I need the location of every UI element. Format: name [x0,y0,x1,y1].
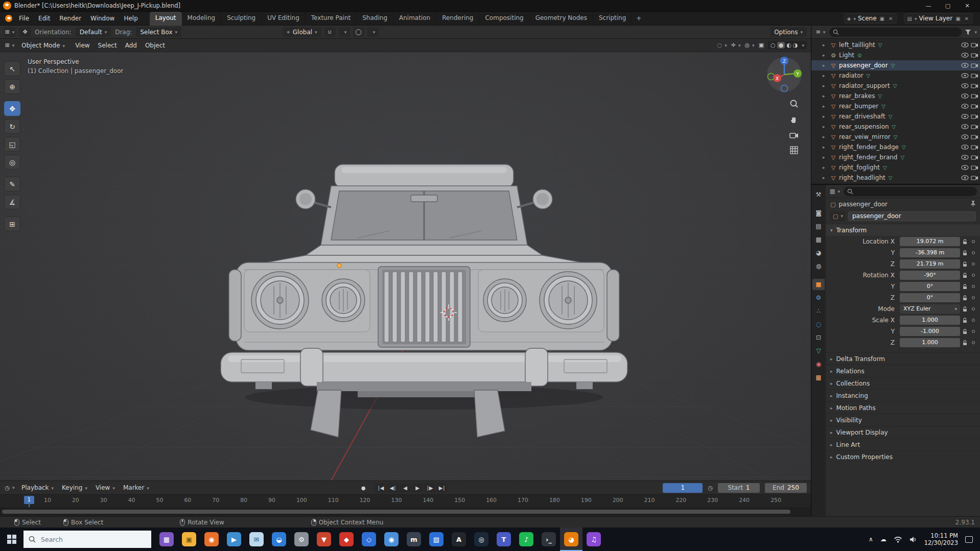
onedrive-cloud-icon[interactable]: ☁ [880,536,886,543]
tab-object-data[interactable]: ▽ [812,345,825,356]
lock-icon[interactable] [960,261,969,267]
timeline-ruler[interactable]: 1020304050607080901001101201301401501601… [0,494,811,507]
frame-end-field[interactable]: End 250 [765,483,807,493]
app-snip[interactable]: ▧ [425,528,448,551]
tab-physics[interactable]: ◌ [812,319,825,330]
workspace-tab[interactable]: Geometry Nodes [530,12,593,26]
animate-property-icon[interactable] [969,319,977,322]
collapsed-section[interactable]: ▸ Viewport Display [826,426,980,438]
snapping-dropdown-icon[interactable] [339,27,350,37]
workspace-tab[interactable]: Modeling [182,12,222,26]
tool-add-cube[interactable]: ⊞ [4,217,20,231]
disable-in-render-icon[interactable] [971,42,978,47]
app-dropbox[interactable]: ◇ [358,528,380,551]
lock-icon[interactable] [960,306,969,312]
workspace-tab[interactable]: Texture Paint [306,12,357,26]
collapsed-section[interactable]: ▸ Visibility [826,414,980,426]
object-visibility-icon[interactable]: ◌ [717,42,727,49]
timeline-scrollbar[interactable] [0,507,811,516]
disable-in-render-icon[interactable] [971,175,978,180]
transform-value-field[interactable]: 1.000 [900,338,960,347]
disable-in-render-icon[interactable] [971,145,978,150]
hide-in-viewport-icon[interactable] [961,83,969,88]
outliner-item-rear_bumper[interactable]: ▸ ▽ rear_bumper ▽ [811,101,980,111]
close-button[interactable]: ✕ [958,0,977,11]
prev-keyframe-button[interactable]: ◀∣ [387,483,399,493]
proportional-editing-icon[interactable]: ◯ [353,27,364,37]
transform-value-field[interactable]: 1.000 [900,316,960,325]
lock-icon[interactable] [960,318,969,323]
tab-output[interactable]: ▤ [812,221,825,232]
shading-solid-icon[interactable]: ● [777,42,785,49]
collapsed-section[interactable]: ▸ Motion Paths [826,401,980,414]
shading-material-icon[interactable]: ◐ [786,42,791,49]
expand-icon[interactable]: ▸ [823,63,828,68]
viewport-menu[interactable]: Select [94,40,121,51]
animate-property-icon[interactable] [969,285,977,288]
app-spotify[interactable]: ♪ [515,528,538,551]
lock-icon[interactable] [960,250,969,256]
hide-in-viewport-icon[interactable] [961,165,969,170]
timeline-menu[interactable]: View [91,483,119,493]
use-preview-range-icon[interactable]: ◷ [708,485,713,491]
app-adobe[interactable]: ◆ [335,528,358,551]
expand-icon[interactable]: ▸ [823,155,828,160]
menubar-item[interactable]: Window [86,13,119,24]
transform-value-field[interactable]: -36.398 m [900,248,960,257]
breadcrumb-object-name[interactable]: passenger_door [838,201,888,208]
app-blender[interactable]: ◕ [560,528,582,551]
workspace-tab[interactable]: Scripting [593,12,632,26]
lock-icon[interactable] [960,284,969,290]
playhead[interactable]: 1 [24,496,34,504]
tool-move[interactable]: ✥ [4,101,20,116]
app-photos[interactable]: ▦ [155,528,178,551]
timeline-menu[interactable]: Playback [17,483,58,493]
scene-selector[interactable]: ◈ Scene ▣ ✕ [844,13,897,23]
outliner-item-radiator_support[interactable]: ▸ ▽ radiator_support ▽ [811,81,980,91]
outliner-item-rear_suspension[interactable]: ▸ ▽ rear_suspension ▽ [811,122,980,132]
collapsed-section[interactable]: ▸ Collections [826,377,980,389]
hide-in-viewport-icon[interactable] [961,134,969,139]
mode-dropdown[interactable]: Object Mode [17,40,69,51]
timeline-menu[interactable]: Keying [58,483,91,493]
tool-transform[interactable]: ◎ [4,155,20,170]
transform-section-header[interactable]: ▾ Transform [826,224,980,236]
expand-icon[interactable]: ▸ [823,145,828,150]
hide-in-viewport-icon[interactable] [961,114,969,119]
expand-icon[interactable]: ▸ [823,83,828,88]
hide-in-viewport-icon[interactable] [961,155,969,160]
outliner-item-left_taillight[interactable]: ▸ ▽ left_taillight ▽ [811,40,980,50]
camera-view-icon[interactable] [789,132,799,139]
animate-property-icon[interactable] [969,330,977,333]
tab-texture[interactable]: ▩ [812,372,825,383]
wifi-icon[interactable] [894,536,902,543]
expand-icon[interactable]: ▸ [823,53,828,58]
tool-annotate[interactable]: ✎ [4,177,20,191]
proportional-dropdown-icon[interactable] [367,27,379,37]
tab-modifiers[interactable]: ⚙ [812,292,825,303]
expand-icon[interactable]: ▸ [823,124,828,129]
transform-orientation-dropdown[interactable]: ⌖Global [283,27,321,37]
expand-icon[interactable]: ▸ [823,73,828,78]
app-steam[interactable]: ◎ [470,528,493,551]
disable-in-render-icon[interactable] [971,155,978,160]
current-frame-field[interactable]: 1 [663,483,703,493]
minimize-button[interactable]: — [919,0,938,11]
outliner-item-radiator[interactable]: ▸ ▽ radiator ▽ [811,70,980,81]
outliner-item-right_fender_brand[interactable]: ▸ ▽ right_fender_brand ▽ [811,152,980,162]
gizmos-icon[interactable]: ✛ [731,42,741,49]
options-dropdown[interactable]: Options [770,27,807,37]
hide-in-viewport-icon[interactable] [961,53,969,58]
expand-icon[interactable]: ▸ [823,114,828,119]
hide-in-viewport-icon[interactable] [961,145,969,150]
tab-view-layer[interactable]: ▦ [812,234,825,245]
viewport-editor-type-icon[interactable]: ⊞ [4,40,15,50]
collapsed-section[interactable]: ▸ Line Art [826,438,980,450]
play-button[interactable]: ▶ [412,483,423,493]
app-downloader[interactable]: ▼ [313,528,335,551]
start-button[interactable] [0,528,24,551]
workspace-tab[interactable]: Shading [357,12,393,26]
expand-icon[interactable]: ▸ [823,93,828,99]
viewport-3d[interactable]: ⊞ Object Mode ViewSelectAddObject ◌ ✛ ◎ … [0,39,811,481]
expand-icon[interactable]: ▸ [823,104,828,109]
